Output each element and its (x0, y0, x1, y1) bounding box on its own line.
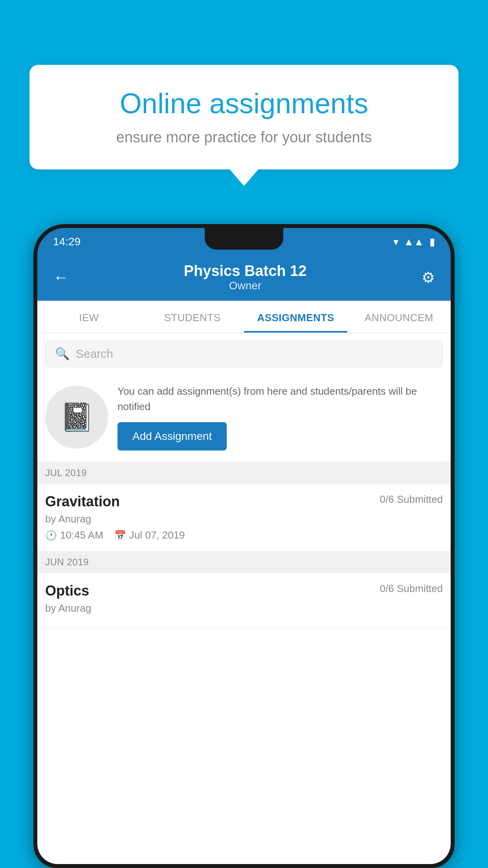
assignment-meta-gravitation: 🕐 10:45 AM 📅 Jul 07, 2019 (45, 529, 443, 541)
header-subtitle: Owner (69, 280, 422, 292)
wifi-icon: ▾ (393, 236, 398, 248)
section-header-jun: JUN 2019 (37, 551, 451, 573)
back-button[interactable]: ← (53, 268, 69, 286)
assignment-submitted-optics: 0/6 Submitted (380, 583, 443, 595)
phone-screen: ← Physics Batch 12 Owner ⚙ IEW STUDENTS … (37, 256, 451, 864)
assignment-name-gravitation: Gravitation (45, 493, 120, 510)
header-title-block: Physics Batch 12 Owner (69, 263, 422, 292)
status-time: 14:29 (53, 235, 81, 248)
speech-bubble-subtitle: ensure more practice for your students (53, 129, 435, 146)
search-placeholder: Search (76, 347, 113, 360)
phone-notch (205, 228, 283, 250)
tab-announcements[interactable]: ANNOUNCEM (347, 301, 451, 333)
tab-students[interactable]: STUDENTS (141, 301, 244, 333)
tab-iew[interactable]: IEW (37, 301, 141, 333)
speech-bubble: Online assignments ensure more practice … (29, 65, 459, 169)
battery-icon: ▮ (429, 236, 435, 248)
status-icons: ▾ ▲▲ ▮ (393, 236, 435, 248)
assignment-item-gravitation[interactable]: Gravitation 0/6 Submitted by Anurag 🕐 10… (37, 484, 451, 551)
calendar-icon: 📅 (114, 530, 126, 541)
header-title: Physics Batch 12 (69, 263, 422, 280)
assignment-by-gravitation: by Anurag (45, 513, 443, 525)
assignment-item-top: Gravitation 0/6 Submitted (45, 493, 443, 510)
section-header-jul: JUL 2019 (37, 462, 451, 484)
assignment-name-optics: Optics (45, 583, 89, 599)
add-assignment-promo: 📓 You can add assignment(s) from here an… (37, 374, 451, 462)
meta-time-value: 10:45 AM (60, 529, 103, 541)
meta-time-gravitation: 🕐 10:45 AM (45, 529, 103, 541)
assignment-item-optics[interactable]: Optics 0/6 Submitted by Anurag (37, 573, 451, 628)
search-icon: 🔍 (55, 347, 70, 360)
assignment-icon-circle: 📓 (45, 386, 108, 449)
meta-date-value: Jul 07, 2019 (129, 529, 185, 541)
speech-bubble-title: Online assignments (53, 86, 435, 120)
speech-bubble-container: Online assignments ensure more practice … (29, 65, 459, 169)
assignment-by-optics: by Anurag (45, 602, 443, 614)
promo-text: You can add assignment(s) from here and … (117, 384, 443, 414)
search-bar[interactable]: 🔍 Search (45, 340, 443, 367)
tab-assignments[interactable]: ASSIGNMENTS (244, 301, 347, 333)
app-header: ← Physics Batch 12 Owner ⚙ (37, 256, 451, 301)
settings-icon[interactable]: ⚙ (422, 269, 435, 286)
assignment-submitted-gravitation: 0/6 Submitted (380, 493, 443, 506)
signal-icon: ▲▲ (404, 236, 424, 248)
clock-icon: 🕐 (45, 530, 57, 541)
meta-date-gravitation: 📅 Jul 07, 2019 (114, 529, 185, 541)
add-assignment-button[interactable]: Add Assignment (117, 422, 227, 451)
phone-inner: 14:29 ▾ ▲▲ ▮ ← Physics Batch 12 Owner ⚙ … (37, 228, 451, 864)
notebook-icon: 📓 (60, 401, 94, 433)
phone-frame: 14:29 ▾ ▲▲ ▮ ← Physics Batch 12 Owner ⚙ … (33, 224, 455, 868)
tabs-bar: IEW STUDENTS ASSIGNMENTS ANNOUNCEM (37, 301, 451, 333)
search-bar-container: 🔍 Search (37, 333, 451, 374)
promo-content: You can add assignment(s) from here and … (117, 384, 443, 451)
assignment-item-top-optics: Optics 0/6 Submitted (45, 583, 443, 599)
